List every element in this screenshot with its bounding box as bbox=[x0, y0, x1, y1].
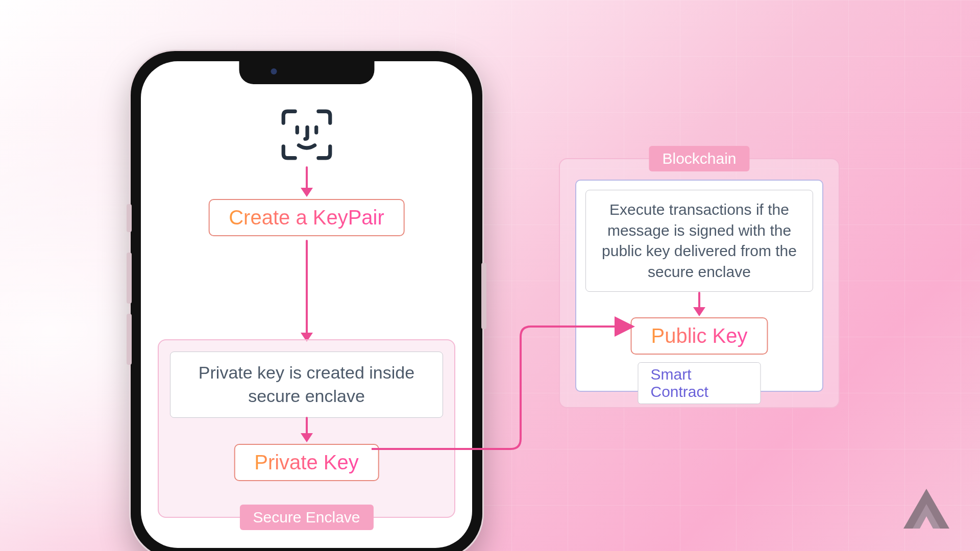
smart-contract-label: Smart Contract bbox=[638, 362, 761, 404]
enclave-description-box: Private key is created inside secure enc… bbox=[170, 352, 443, 418]
arrow-faceid-to-keypair bbox=[301, 166, 313, 197]
phone-side-button bbox=[481, 263, 486, 329]
private-key-label: Private Key bbox=[254, 451, 359, 474]
smart-contract-panel: Execute transactions if the message is s… bbox=[575, 180, 823, 392]
phone-frame: Create a KeyPair Private key is created … bbox=[129, 49, 484, 551]
create-keypair-box: Create a KeyPair bbox=[208, 199, 405, 236]
secure-enclave-panel: Private key is created inside secure enc… bbox=[158, 339, 455, 518]
phone-screen: Create a KeyPair Private key is created … bbox=[141, 61, 472, 548]
blockchain-pill-label: Blockchain bbox=[662, 150, 736, 167]
secure-enclave-pill: Secure Enclave bbox=[239, 505, 373, 530]
arrow-execute-to-publickey bbox=[693, 292, 705, 316]
public-key-box: Public Key bbox=[631, 317, 768, 355]
phone-silent-switch bbox=[127, 204, 132, 232]
faceid-icon bbox=[280, 108, 333, 163]
blockchain-execute-box: Execute transactions if the message is s… bbox=[585, 190, 813, 292]
create-keypair-label: Create a KeyPair bbox=[229, 206, 384, 229]
blockchain-pill: Blockchain bbox=[649, 146, 749, 171]
brand-logo-icon bbox=[903, 489, 949, 531]
blockchain-panel: Blockchain Execute transactions if the m… bbox=[559, 158, 840, 408]
smart-contract-label-text: Smart Contract bbox=[651, 366, 708, 400]
arrow-keypair-to-enclave bbox=[301, 240, 313, 342]
public-key-label: Public Key bbox=[651, 324, 748, 347]
phone-volume-down bbox=[127, 314, 132, 365]
secure-enclave-pill-label: Secure Enclave bbox=[253, 509, 360, 525]
private-key-box: Private Key bbox=[234, 444, 379, 481]
enclave-description: Private key is created inside secure enc… bbox=[199, 363, 414, 406]
blockchain-execute-text: Execute transactions if the message is s… bbox=[602, 201, 797, 280]
phone-notch bbox=[239, 61, 374, 84]
arrow-desc-to-privatekey bbox=[301, 417, 313, 442]
phone-volume-up bbox=[127, 253, 132, 304]
